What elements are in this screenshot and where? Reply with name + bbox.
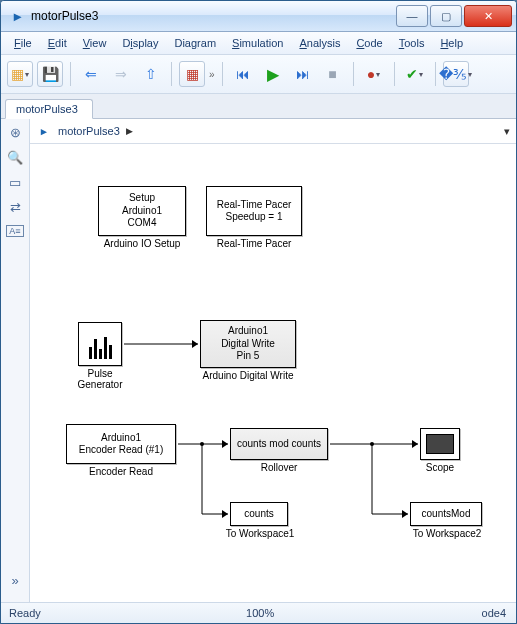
block-to-workspace-2[interactable]: countsMod <box>410 502 482 526</box>
stop-button[interactable]: ■ <box>320 61 346 87</box>
block-arduino-io-setup[interactable]: Setup Arduino1 COM4 <box>98 186 186 236</box>
app-window: ▸ motorPulse3 ― ▢ ✕ File Edit View Displ… <box>0 0 517 624</box>
scope-icon <box>426 434 454 454</box>
menu-help[interactable]: Help <box>433 35 470 51</box>
tab-strip: motorPulse3 <box>1 94 516 119</box>
label-encoder-read: Encoder Read <box>66 466 176 477</box>
menu-bar: File Edit View Display Diagram Simulatio… <box>1 32 516 55</box>
menu-code[interactable]: Code <box>349 35 389 51</box>
auto-arrange-icon[interactable]: ⇄ <box>10 200 21 215</box>
toolbar-overflow-1[interactable]: » <box>209 69 215 80</box>
breadcrumb-model[interactable]: motorPulse3 <box>58 125 120 137</box>
title-bar[interactable]: ▸ motorPulse3 ― ▢ ✕ <box>1 1 516 32</box>
model-icon[interactable]: ▸ <box>36 123 52 139</box>
breadcrumb-dropdown-icon[interactable]: ▾ <box>504 125 510 138</box>
svg-marker-3 <box>222 440 228 448</box>
block-pulse-generator[interactable] <box>78 322 122 366</box>
block-rollover[interactable]: counts mod counts <box>230 428 328 460</box>
build-button[interactable]: �⅗▾ <box>443 61 469 87</box>
status-solver[interactable]: ode4 <box>472 607 516 619</box>
menu-file[interactable]: File <box>7 35 39 51</box>
label-real-time-pacer: Real-Time Pacer <box>206 238 302 249</box>
update-diagram-button[interactable]: ✔▾ <box>402 61 428 87</box>
status-left: Ready <box>1 607 49 619</box>
forward-button[interactable]: ⇒ <box>108 61 134 87</box>
block-real-time-pacer[interactable]: Real-Time Pacer Speedup = 1 <box>206 186 302 236</box>
svg-point-9 <box>370 442 374 446</box>
menu-simulation[interactable]: Simulation <box>225 35 290 51</box>
palette: ⊛ 🔍 ▭ ⇄ A≡ » <box>1 119 30 602</box>
window-title: motorPulse3 <box>31 9 394 23</box>
save-button[interactable]: 💾 <box>37 61 63 87</box>
menu-tools[interactable]: Tools <box>392 35 432 51</box>
svg-point-7 <box>200 442 204 446</box>
app-icon: ▸ <box>9 8 25 24</box>
label-arduino-digital-write: Arduino Digital Write <box>196 370 300 381</box>
svg-marker-1 <box>192 340 198 348</box>
new-model-button[interactable]: ▦▾ <box>7 61 33 87</box>
label-to-workspace-2: To Workspace2 <box>404 528 490 539</box>
menu-analysis[interactable]: Analysis <box>292 35 347 51</box>
maximize-button[interactable]: ▢ <box>430 5 462 27</box>
diagram-canvas[interactable]: Setup Arduino1 COM4 Arduino IO Setup Rea… <box>30 144 516 602</box>
toolbar: ▦▾ 💾 ⇐ ⇒ ⇧ ▦ » ⏮ ▶ ⏭ ■ ●▾ ✔▾ �⅗▾ <box>1 55 516 94</box>
menu-diagram[interactable]: Diagram <box>167 35 223 51</box>
zoom-icon[interactable]: 🔍 <box>7 150 23 165</box>
breadcrumb-arrow-icon[interactable]: ▶ <box>126 126 133 136</box>
library-browser-button[interactable]: ▦ <box>179 61 205 87</box>
block-encoder-read[interactable]: Arduino1 Encoder Read (#1) <box>66 424 176 464</box>
fit-icon[interactable]: ▭ <box>9 175 21 190</box>
annotation-icon[interactable]: A≡ <box>6 225 23 237</box>
minimize-button[interactable]: ― <box>396 5 428 27</box>
label-pulse-generator: Pulse Generator <box>68 368 132 390</box>
step-back-button[interactable]: ⏮ <box>230 61 256 87</box>
up-button[interactable]: ⇧ <box>138 61 164 87</box>
back-button[interactable]: ⇐ <box>78 61 104 87</box>
label-to-workspace-1: To Workspace1 <box>220 528 300 539</box>
run-button[interactable]: ▶ <box>260 61 286 87</box>
close-button[interactable]: ✕ <box>464 5 512 27</box>
record-button[interactable]: ●▾ <box>361 61 387 87</box>
label-rollover: Rollover <box>230 462 328 473</box>
expand-panel-icon[interactable]: » <box>11 573 18 588</box>
pulse-icon <box>85 329 115 359</box>
svg-marker-5 <box>412 440 418 448</box>
step-forward-button[interactable]: ⏭ <box>290 61 316 87</box>
svg-marker-8 <box>402 510 408 518</box>
block-arduino-digital-write[interactable]: Arduino1 Digital Write Pin 5 <box>200 320 296 368</box>
svg-marker-6 <box>222 510 228 518</box>
label-scope: Scope <box>414 462 466 473</box>
menu-view[interactable]: View <box>76 35 114 51</box>
menu-display[interactable]: Display <box>115 35 165 51</box>
block-to-workspace-1[interactable]: counts <box>230 502 288 526</box>
label-arduino-io-setup: Arduino IO Setup <box>98 238 186 249</box>
breadcrumb: ▸ motorPulse3 ▶ ▾ <box>30 119 516 144</box>
menu-edit[interactable]: Edit <box>41 35 74 51</box>
status-zoom[interactable]: 100% <box>246 607 274 619</box>
hide-panel-icon[interactable]: ⊛ <box>10 125 21 140</box>
status-bar: Ready 100% ode4 <box>1 602 516 623</box>
block-scope[interactable] <box>420 428 460 460</box>
tab-model[interactable]: motorPulse3 <box>5 99 93 119</box>
